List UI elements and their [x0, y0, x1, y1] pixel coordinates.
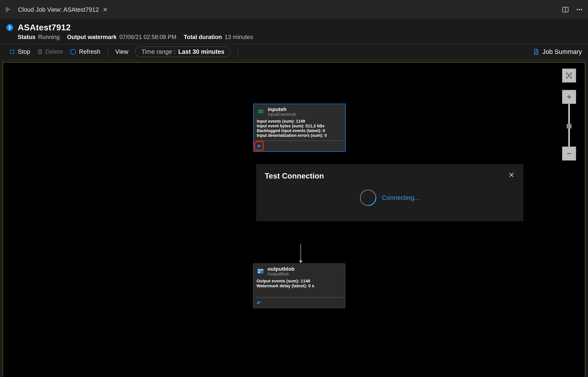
job-summary-button[interactable]: Job Summary: [532, 48, 582, 55]
toolbar-separator-2: [238, 47, 238, 57]
blob-storage-icon: [257, 267, 264, 275]
svg-rect-23: [260, 110, 261, 111]
diagram-node-output[interactable]: outputblob OutputBlob Output events (sum…: [253, 263, 345, 308]
spinner-icon: [356, 186, 380, 209]
diagram-node-input[interactable]: inputeh InputEventHub Input events (sum)…: [253, 104, 346, 152]
view-label: View: [115, 48, 128, 55]
watermark-label: Output watermark: [67, 34, 117, 40]
refresh-button[interactable]: Refresh: [70, 48, 100, 55]
node-input-name: inputeh: [268, 106, 296, 112]
svg-rect-22: [258, 110, 259, 111]
document-icon: [532, 48, 539, 55]
svg-rect-11: [10, 50, 14, 53]
svg-rect-27: [262, 112, 263, 113]
svg-point-9: [581, 9, 582, 10]
node-input-type: InputEventHub: [268, 112, 296, 117]
job-summary-label: Job Summary: [542, 48, 582, 55]
fit-to-screen-button[interactable]: [562, 69, 576, 82]
zoom-out-button[interactable]: [562, 147, 576, 161]
metric-row: Input deserialization errors (sum): 0: [257, 133, 342, 138]
delete-button: Delete: [37, 48, 63, 55]
tab-label: Cloud Job View: ASAtest7912: [18, 6, 99, 13]
node-input-stats: Input events (sum): 1149 Input event byt…: [254, 118, 345, 141]
watermark-value: 07/06/21 02:58:08 PM: [119, 34, 176, 40]
toolbar-separator: [108, 47, 108, 57]
node-output-type: OutputBlob: [268, 271, 294, 276]
duration-value: 13 minutes: [225, 34, 253, 40]
status-label: Status: [18, 34, 35, 40]
more-actions-icon[interactable]: [575, 5, 584, 14]
svg-rect-17: [568, 75, 570, 76]
metric-row: Output events (sum): 1148: [257, 279, 342, 283]
svg-point-8: [579, 9, 580, 10]
job-header: ASAtest7912 Status Running Output waterm…: [0, 19, 588, 44]
status-value: Running: [38, 34, 60, 40]
tab-bar: Cloud Job View: ASAtest7912: [0, 0, 588, 19]
test-connection-button-output[interactable]: [255, 299, 262, 306]
zoom-slider[interactable]: [568, 104, 570, 147]
dialog-close-button[interactable]: [508, 172, 515, 178]
delete-label: Delete: [45, 48, 63, 55]
svg-point-10: [6, 24, 13, 31]
toolbar: Stop Delete Refresh View Time range :: [0, 44, 588, 60]
time-range-label: Time range :: [142, 48, 175, 55]
breadcrumb-menu-icon[interactable]: [4, 5, 12, 14]
job-title: ASAtest7912: [18, 22, 253, 32]
view-button[interactable]: View: [115, 48, 128, 55]
stream-analytics-logo-icon: [6, 24, 13, 31]
plug-icon: [256, 300, 261, 305]
split-editor-icon[interactable]: [561, 5, 570, 14]
duration-label: Total duration: [184, 34, 222, 40]
flow-arrow: [299, 244, 303, 263]
metric-row: Input events (sum): 1149: [257, 119, 342, 124]
zoom-slider-thumb[interactable]: [567, 124, 572, 129]
plug-icon: [256, 143, 262, 149]
refresh-label: Refresh: [79, 48, 100, 55]
stop-button[interactable]: Stop: [9, 48, 30, 55]
metric-row: Input event bytes (sum): 511.2 kBs: [257, 124, 342, 129]
svg-point-7: [577, 9, 578, 10]
dialog-title: Test Connection: [265, 172, 324, 180]
time-range-value: Last 30 minutes: [178, 48, 224, 55]
trash-icon: [37, 49, 43, 55]
time-range-chip[interactable]: Time range : Last 30 minutes: [135, 47, 231, 57]
stop-label: Stop: [18, 48, 30, 55]
test-connection-dialog: Test Connection Connecting...: [256, 164, 523, 221]
svg-rect-26: [260, 112, 261, 113]
svg-rect-32: [258, 271, 260, 273]
zoom-in-button[interactable]: [562, 90, 576, 104]
job-diagram-canvas[interactable]: inputeh InputEventHub Input events (sum)…: [3, 62, 585, 377]
tab-cloud-job-view[interactable]: Cloud Job View: ASAtest7912: [16, 5, 110, 14]
metric-row: Backlogged input events (latest): 0: [257, 129, 342, 133]
test-connection-button[interactable]: [255, 142, 263, 150]
zoom-control: [562, 69, 576, 161]
svg-rect-31: [257, 269, 264, 271]
dialog-status: Connecting...: [382, 194, 420, 201]
node-output-name: outputblob: [268, 266, 294, 272]
svg-rect-12: [38, 50, 41, 54]
close-tab-icon[interactable]: [103, 7, 108, 12]
svg-rect-25: [258, 112, 259, 113]
node-output-stats: Output events (sum): 1148 Watermark dela…: [253, 277, 345, 291]
event-hub-icon: [257, 108, 265, 116]
svg-rect-24: [262, 110, 263, 111]
metric-row: Watermark delay (latest): 0 s: [257, 283, 342, 288]
status-line: Status Running Output watermark 07/06/21…: [18, 34, 253, 40]
stop-icon: [9, 49, 15, 55]
refresh-icon: [70, 48, 76, 55]
